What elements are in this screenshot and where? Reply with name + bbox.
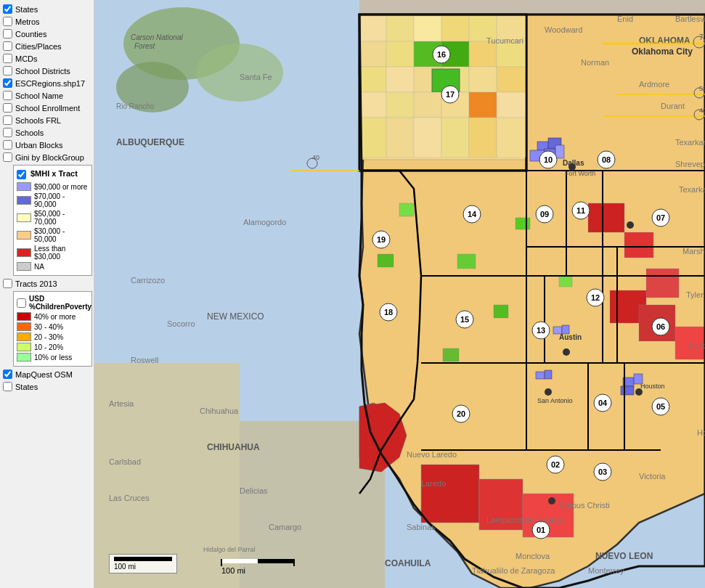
checkbox-schools[interactable] [3,128,12,137]
svg-text:13: 13 [537,326,545,335]
svg-rect-66 [361,92,386,118]
layer-item-cities[interactable]: Cities/Places [1,40,92,52]
poverty-color-40 [17,312,31,321]
svg-text:Socorro: Socorro [167,319,195,328]
svg-text:15: 15 [460,315,469,324]
mhi-legend-item-0: $90,000 or more [17,182,89,191]
layer-label-schools: Schools [15,128,44,137]
mhi-legend-section: $MHI x Tract $90,000 or more $70,000 - 9… [13,165,92,276]
svg-rect-63 [469,67,497,92]
checkbox-metros[interactable] [3,17,12,26]
svg-text:100 mi: 100 mi [221,566,245,575]
svg-text:10: 10 [544,155,553,164]
svg-text:Monclova: Monclova [515,552,550,560]
svg-text:Dallas: Dallas [563,159,584,167]
checkbox-tracts-2013[interactable] [3,279,12,288]
svg-text:Roswell: Roswell [131,356,159,364]
poverty-label-20: 20 - 30% [34,333,63,341]
svg-text:14: 14 [468,210,477,219]
layer-item-states[interactable]: States [1,3,92,15]
svg-rect-64 [497,67,526,92]
svg-rect-72 [361,118,386,158]
mhi-color-90k [17,182,31,191]
svg-rect-74 [414,118,441,158]
svg-text:Carlsbad: Carlsbad [109,457,141,466]
scale-line [114,557,172,561]
svg-text:Nuevo Laredo: Nuevo Laredo [407,450,457,459]
layers-top: States Metros Counties Cities/Places MCD… [1,3,92,163]
layer-item-tracts-2013[interactable]: Tracts 2013 [1,277,92,290]
checkbox-gini[interactable] [3,152,12,162]
checkbox-mapquest[interactable] [3,369,12,379]
checkbox-school-name[interactable] [3,91,12,100]
svg-point-206 [563,348,570,356]
mhi-legend-item-5: NA [17,262,89,271]
poverty-label-30: 30 - 40% [34,323,63,331]
layer-item-mcds[interactable]: MCDs [1,52,92,65]
mhi-legend-item-2: $50,000 - 70,000 [17,210,89,226]
layer-item-gini[interactable]: Gini by BlockGroup [1,151,92,163]
layer-item-schools[interactable]: Schools [1,126,92,139]
checkbox-counties[interactable] [3,29,12,38]
layer-item-school-name[interactable]: School Name [1,89,92,102]
checkbox-states[interactable] [3,4,12,14]
svg-text:Hidalgo del Parral: Hidalgo del Parral [203,546,256,553]
checkbox-school-districts[interactable] [3,66,12,75]
svg-text:Lampazos de Naranjo: Lampazos de Naranjo [486,515,565,524]
svg-text:Corpus Christi: Corpus Christi [559,501,610,510]
layer-item-metros[interactable]: Metros [1,15,92,28]
checkbox-schools-frl[interactable] [3,115,12,125]
layer-label-tracts-2013: Tracts 2013 [15,279,57,288]
layer-item-school-enrollment[interactable]: School Enrollment [1,102,92,114]
checkbox-poverty[interactable] [17,298,26,308]
svg-text:Oklahoma City: Oklahoma City [632,46,693,57]
checkbox-school-enrollment[interactable] [3,103,12,113]
svg-text:Carson National: Carson National [131,33,183,41]
svg-text:17: 17 [446,90,455,99]
svg-point-205 [627,221,634,229]
poverty-legend-title: USD %ChildrenPoverty [29,295,91,311]
checkbox-mhi[interactable] [17,170,26,179]
mhi-label-50k: $50,000 - 70,000 [34,210,89,226]
svg-rect-30 [555,145,564,158]
layer-item-schools-frl[interactable]: Schools FRL [1,114,92,126]
svg-text:Forest: Forest [134,42,156,50]
svg-rect-41 [443,348,459,362]
checkbox-urban-blocks[interactable] [3,140,12,150]
layer-item-esc-regions[interactable]: ESCRegions.shp17 [1,77,92,89]
checkbox-esc-regions[interactable] [3,78,12,88]
mhi-label-lt30k: Less than $30,000 [34,245,89,261]
svg-rect-70 [469,92,497,118]
svg-text:03: 03 [598,467,607,476]
checkbox-states2[interactable] [3,382,12,391]
checkbox-mcds[interactable] [3,54,12,63]
svg-rect-19 [646,269,679,298]
mhi-color-30k [17,231,31,240]
svg-rect-59 [361,67,386,92]
layer-label-esc-regions: ESCRegions.shp17 [15,79,85,88]
svg-text:Delicias: Delicias [240,486,268,495]
layer-label-school-districts: School Districts [15,67,70,75]
svg-text:Sabinas: Sabinas [407,523,436,531]
layer-label-mapquest: MapQuest OSM [15,370,73,379]
poverty-color-30 [17,322,31,331]
mhi-label-70k: $70,000 - 90,000 [34,192,89,208]
mhi-label-na: NA [34,263,44,271]
svg-text:12: 12 [591,293,600,302]
layer-item-school-districts[interactable]: School Districts [1,65,92,77]
svg-text:05: 05 [656,402,665,411]
svg-text:11: 11 [576,206,585,215]
checkbox-cities[interactable] [3,41,12,51]
map-svg: 17 16 14 15 20 18 19 09 11 10 08 07 12 1… [94,0,705,588]
layer-item-counties[interactable]: Counties [1,28,92,40]
svg-rect-54 [386,41,414,67]
layer-item-mapquest[interactable]: MapQuest OSM [1,368,92,380]
layer-item-urban-blocks[interactable]: Urban Blocks [1,139,92,151]
mhi-label-90k: $90,000 or more [34,183,87,191]
layer-item-states2[interactable]: States [1,380,92,393]
poverty-color-less10 [17,353,31,362]
svg-text:ALBUQUERQUE: ALBUQUERQUE [116,137,184,147]
svg-text:Tlahualiilo de Zaragoza: Tlahualiilo de Zaragoza [472,566,555,575]
map-container[interactable]: 17 16 14 15 20 18 19 09 11 10 08 07 12 1… [94,0,705,588]
mhi-legend-item-3: $30,000 - 50,000 [17,227,89,243]
